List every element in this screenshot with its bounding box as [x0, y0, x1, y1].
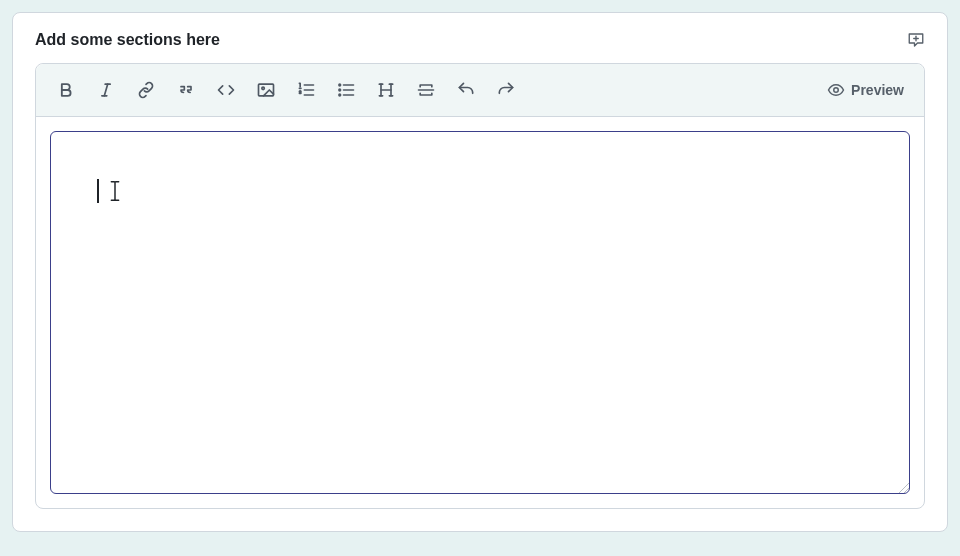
italic-icon: [96, 80, 116, 100]
undo-icon: [456, 80, 476, 100]
image-button[interactable]: [250, 74, 282, 106]
editor-card: Add some sections here: [12, 12, 948, 532]
link-button[interactable]: [130, 74, 162, 106]
quote-button[interactable]: [170, 74, 202, 106]
editor-body: [36, 117, 924, 508]
svg-point-13: [339, 84, 341, 86]
content-textarea[interactable]: [50, 131, 910, 494]
svg-point-24: [834, 88, 839, 93]
code-icon: [216, 80, 236, 100]
preview-label: Preview: [851, 82, 904, 98]
speech-bubble-plus-icon: [907, 31, 925, 49]
heading-button[interactable]: [370, 74, 402, 106]
card-header: Add some sections here: [35, 31, 925, 49]
code-button[interactable]: [210, 74, 242, 106]
svg-point-14: [339, 89, 341, 91]
section-break-button[interactable]: [410, 74, 442, 106]
unordered-list-button[interactable]: [330, 74, 362, 106]
section-break-icon: [416, 80, 436, 100]
editor-toolbar: Preview: [36, 64, 924, 117]
card-title: Add some sections here: [35, 31, 220, 49]
heading-icon: [376, 80, 396, 100]
undo-button[interactable]: [450, 74, 482, 106]
svg-point-15: [339, 94, 341, 96]
redo-icon: [496, 80, 516, 100]
add-comment-button[interactable]: [907, 31, 925, 49]
quote-icon: [176, 80, 196, 100]
redo-button[interactable]: [490, 74, 522, 106]
preview-button[interactable]: Preview: [821, 77, 910, 103]
svg-point-6: [262, 87, 265, 90]
editor-panel: Preview: [35, 63, 925, 509]
image-icon: [256, 80, 276, 100]
ordered-list-button[interactable]: [290, 74, 322, 106]
italic-button[interactable]: [90, 74, 122, 106]
bold-icon: [56, 80, 76, 100]
link-icon: [136, 80, 156, 100]
svg-line-4: [104, 84, 107, 96]
unordered-list-icon: [336, 80, 356, 100]
ordered-list-icon: [296, 80, 316, 100]
eye-icon: [827, 81, 845, 99]
bold-button[interactable]: [50, 74, 82, 106]
